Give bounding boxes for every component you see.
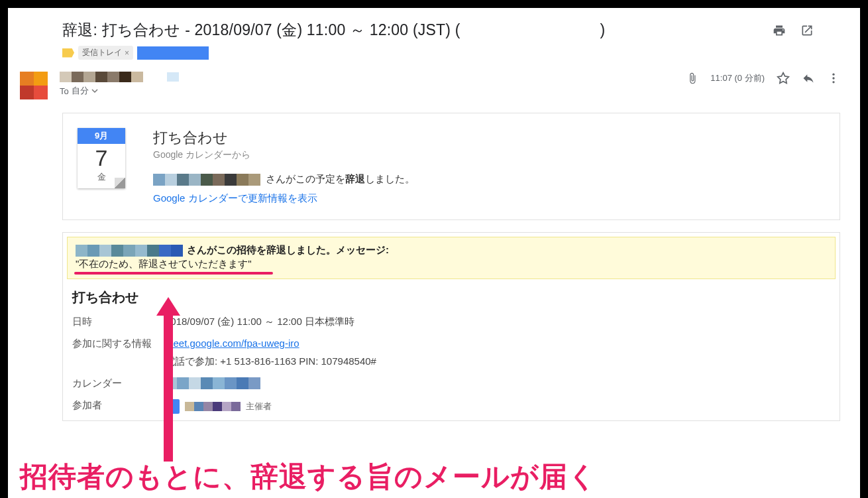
detail-event-title: 打ち合わせ — [72, 288, 830, 306]
view-in-calendar-link[interactable]: Google カレンダーで更新情報を表示 — [153, 192, 317, 205]
star-icon[interactable] — [777, 72, 790, 85]
chevron-down-icon[interactable] — [91, 88, 98, 94]
event-title: 打ち合わせ — [153, 128, 826, 148]
svg-point-1 — [832, 77, 834, 79]
remove-label-icon[interactable]: × — [125, 48, 129, 58]
email-subject: 辞退: 打ち合わせ - 2018/09/07 (金) 11:00 ～ 12:00… — [62, 20, 605, 40]
decline-notice-banner: さんがこの招待を辞退しました。メッセージ: "不在のため、辞退させていただきます… — [67, 237, 836, 279]
decline-message: "不在のため、辞退させていただきます" — [76, 258, 827, 272]
meet-link[interactable]: meet.google.com/fpa-uweg-iro — [165, 338, 299, 349]
event-source: Google カレンダーから — [153, 149, 826, 161]
print-icon[interactable] — [773, 24, 786, 37]
svg-point-2 — [832, 81, 834, 83]
annotation-caption: 招待者のもとに、辞退する旨のメールが届く — [20, 458, 597, 495]
join-info-label: 参加に関する情報 — [72, 338, 165, 350]
sender-name-redacted — [60, 72, 143, 82]
participants-label: 参加者 — [72, 399, 165, 412]
inbox-label[interactable]: 受信トレイ × — [78, 46, 133, 60]
calendar-label: カレンダー — [72, 377, 165, 390]
svg-point-0 — [832, 74, 834, 76]
datetime-label: 日時 — [72, 316, 165, 328]
calendar-owner-redacted — [165, 377, 830, 389]
decline-status-line: さんがこの予定を辞退しました。 — [153, 173, 826, 186]
datetime-value: 2018/09/07 (金) 11:00 ～ 12:00 日本標準時 — [165, 316, 830, 328]
calendar-summary-card: 9月 7 金 打ち合わせ Google カレンダーから さんがこの予定を辞退しま… — [62, 113, 840, 220]
participant-row: 主催者 — [165, 399, 830, 414]
participant-avatar — [165, 399, 180, 414]
reply-icon[interactable] — [802, 72, 815, 85]
label-chip[interactable] — [137, 46, 209, 60]
event-detail-panel: さんがこの招待を辞退しました。メッセージ: "不在のため、辞退させていただきます… — [62, 232, 840, 421]
sender-avatar[interactable] — [20, 72, 48, 99]
open-new-window-icon[interactable] — [800, 24, 814, 37]
more-options-icon[interactable] — [827, 72, 840, 85]
date-tile: 9月 7 金 — [78, 128, 125, 188]
organizer-badge: 主催者 — [246, 401, 272, 412]
annotation-underline — [74, 272, 273, 275]
timestamp: 11:07 (0 分前) — [710, 72, 765, 84]
recipient-row[interactable]: To 自分 — [60, 85, 686, 97]
importance-marker-icon[interactable] — [62, 48, 74, 58]
attachment-icon[interactable] — [686, 72, 698, 84]
phone-join-info: 電話で参加: +1 513-816-1163 PIN: 107948540# — [165, 355, 830, 368]
